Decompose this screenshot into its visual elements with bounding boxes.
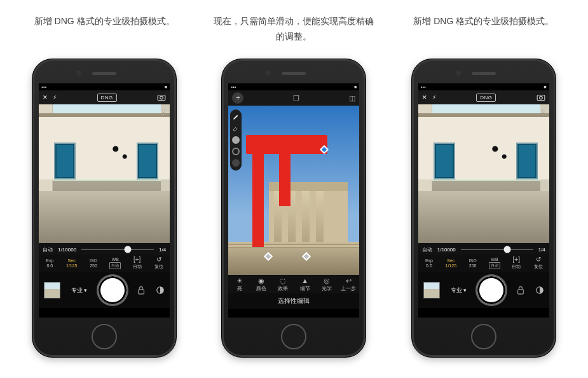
param-reset[interactable]: ↺复位 xyxy=(527,255,549,272)
param-iso[interactable]: ISO250 xyxy=(462,255,483,272)
scene-door-right xyxy=(137,143,158,179)
mode-selector[interactable]: 专业 ▾ xyxy=(71,286,87,295)
shutter-button[interactable] xyxy=(477,276,505,304)
svg-point-5 xyxy=(539,96,542,99)
shutter-button[interactable] xyxy=(99,276,126,304)
selection-mask[interactable] xyxy=(252,151,264,247)
svg-point-1 xyxy=(160,96,163,99)
camera-bottom-bar: 专业 ▾ xyxy=(418,272,549,308)
slider-auto-label: 自动 xyxy=(422,246,432,253)
slider-knob[interactable] xyxy=(125,246,132,253)
brush-tool-icon[interactable] xyxy=(232,113,240,121)
slider-min-value: 1/10000 xyxy=(58,247,76,253)
shutter-slider[interactable] xyxy=(461,246,533,253)
sun-icon: ☀ xyxy=(236,277,243,284)
phone-shell: •••■ ✕ ⚡︎ DNG xyxy=(411,59,556,358)
param-reset[interactable]: ↺ 复位 xyxy=(148,255,170,272)
param-row: Exp 0.0 Sec 1/125 ISO 250 WB 自动 xyxy=(39,255,170,272)
tab-light[interactable]: ☀亮 xyxy=(228,277,250,292)
focus-icon: [+] xyxy=(513,256,520,263)
shutter-speed-strip: 自动 1/10000 1/4 xyxy=(39,243,170,255)
tab-optics[interactable]: ◎光学 xyxy=(316,277,338,292)
add-selection-button[interactable]: + xyxy=(232,92,243,104)
phone-speaker xyxy=(282,72,306,75)
scene-graffiti xyxy=(488,141,511,179)
status-bar: •••■ xyxy=(228,83,359,90)
lock-icon[interactable] xyxy=(517,286,524,295)
phone-shell: •••■ + ❐ ◫ xyxy=(221,59,366,358)
eraser-tool-icon[interactable] xyxy=(232,125,240,132)
slider-max-value: 1/4 xyxy=(538,247,545,253)
edit-screen: •••■ + ❐ ◫ xyxy=(228,83,359,318)
phone-speaker xyxy=(472,72,496,75)
phone-shell: •••■ ✕ ⚡︎ DNG xyxy=(32,59,177,358)
switch-camera-icon[interactable] xyxy=(537,94,545,101)
caption-right: 新增 DNG 格式的专业级拍摄模式。 xyxy=(413,14,554,48)
format-badge[interactable]: DNG xyxy=(97,94,117,102)
scene-door-right xyxy=(516,143,538,179)
svg-rect-6 xyxy=(517,290,523,294)
mode-selector[interactable]: 专业 ▾ xyxy=(451,286,467,295)
shutter-slider[interactable] xyxy=(81,246,154,253)
tab-color[interactable]: ◉颜色 xyxy=(250,277,272,292)
mask-dot-dark-icon[interactable] xyxy=(232,159,240,167)
last-photo-thumbnail[interactable] xyxy=(44,282,60,298)
edit-topbar: + ❐ ◫ xyxy=(228,90,359,106)
param-focus[interactable]: [+] 自动 xyxy=(126,255,147,272)
edit-mode-title: 选择性编辑 xyxy=(228,293,359,309)
status-bar: •••■ xyxy=(418,83,549,90)
camera-topbar: ✕ ⚡︎ DNG xyxy=(418,90,549,104)
tab-detail[interactable]: ▲细节 xyxy=(294,277,315,292)
mask-dot-solid-icon[interactable] xyxy=(232,136,240,144)
camera-facing-icon[interactable] xyxy=(156,286,165,295)
param-focus[interactable]: [+]自动 xyxy=(505,255,527,272)
format-badge[interactable]: DNG xyxy=(476,94,496,102)
phone-front-camera xyxy=(266,71,271,76)
shutter-speed-strip: 自动 1/10000 1/4 xyxy=(418,243,549,255)
crop-icon[interactable]: ◫ xyxy=(349,94,355,102)
chevron-down-icon: ▾ xyxy=(84,287,87,293)
overflow-icon[interactable]: ⋮ xyxy=(160,108,167,116)
tab-prev[interactable]: ↩上一步 xyxy=(338,277,359,292)
param-iso[interactable]: ISO 250 xyxy=(83,255,104,272)
last-photo-thumbnail[interactable] xyxy=(423,282,440,298)
param-wb[interactable]: WB 自动 xyxy=(104,255,126,272)
home-button[interactable] xyxy=(92,324,117,349)
scene-door-left xyxy=(54,143,76,179)
home-button[interactable] xyxy=(471,324,496,349)
flash-icon[interactable]: ⚡︎ xyxy=(53,94,57,101)
edit-canvas[interactable] xyxy=(228,106,359,275)
mask-dot-ring-icon[interactable] xyxy=(232,148,240,155)
effect-icon: ◌ xyxy=(280,277,286,284)
slider-knob[interactable] xyxy=(503,246,510,253)
phone-front-camera xyxy=(76,71,81,76)
optics-icon: ◎ xyxy=(324,277,330,284)
phone-front-camera xyxy=(456,71,461,76)
focus-icon: [+] xyxy=(133,256,140,263)
param-wb[interactable]: WB自动 xyxy=(484,255,505,272)
close-icon[interactable]: ✕ xyxy=(422,94,427,101)
home-button[interactable] xyxy=(281,324,306,349)
scene-door-left xyxy=(434,143,455,179)
tab-effect[interactable]: ◌效果 xyxy=(272,277,294,292)
switch-camera-icon[interactable] xyxy=(157,94,166,101)
viewfinder[interactable]: ⋮ xyxy=(418,104,549,243)
close-icon[interactable]: ✕ xyxy=(43,94,48,101)
param-sec[interactable]: Sec1/125 xyxy=(440,255,462,272)
undo-icon: ↩ xyxy=(346,277,352,284)
lock-icon[interactable] xyxy=(137,286,145,295)
compare-icon[interactable]: ❐ xyxy=(293,94,299,102)
param-exp[interactable]: Exp 0.0 xyxy=(39,255,60,272)
color-icon: ◉ xyxy=(258,277,264,284)
param-sec[interactable]: Sec 1/125 xyxy=(60,255,82,272)
param-exp[interactable]: Exp0.0 xyxy=(418,255,440,272)
svg-rect-2 xyxy=(138,290,144,294)
viewfinder[interactable]: ⋮ xyxy=(39,104,170,243)
selection-mask[interactable] xyxy=(279,151,291,206)
overflow-icon[interactable]: ⋮ xyxy=(540,108,547,116)
flash-icon[interactable]: ⚡︎ xyxy=(432,94,436,101)
slider-max-value: 1/4 xyxy=(159,247,166,253)
scene-graffiti xyxy=(109,141,132,179)
camera-facing-icon[interactable] xyxy=(535,286,544,295)
camera-screen: •••■ ✕ ⚡︎ DNG xyxy=(418,83,549,318)
